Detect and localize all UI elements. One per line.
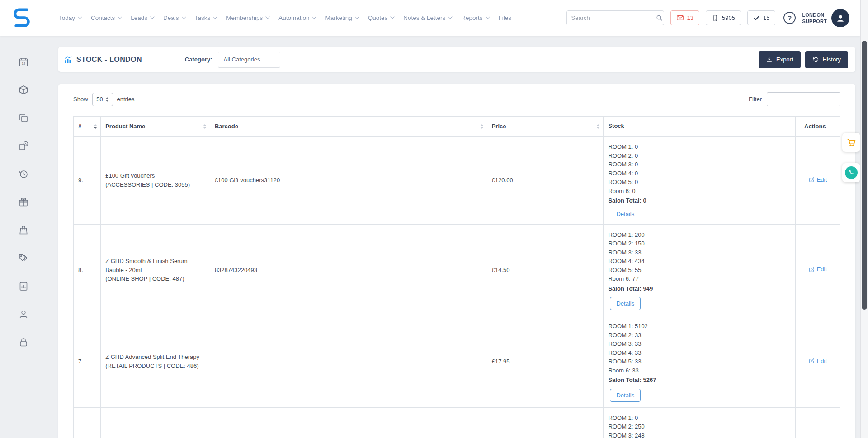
select-arrows-icon — [106, 97, 108, 102]
details-button[interactable]: Details — [615, 209, 635, 219]
table-row: ROOM 1: 0 ROOM 2: 250 ROOM 3: 248 ROOM 4… — [74, 407, 840, 438]
sort-icon — [203, 124, 207, 129]
sidebar-item-stock-alerts[interactable] — [0, 132, 47, 160]
check-icon — [753, 14, 760, 21]
category-wrap: Category: All Categories — [185, 52, 280, 68]
col-product-name[interactable]: Product Name — [101, 117, 210, 137]
menu-reports[interactable]: Reports — [461, 14, 488, 21]
sidebar-item-duplicates[interactable] — [0, 104, 47, 132]
details-button[interactable]: Details — [610, 389, 641, 402]
calls-badge[interactable]: 5905 — [706, 10, 741, 25]
scrollbar-thumb[interactable] — [862, 41, 867, 310]
cart-icon — [846, 137, 856, 147]
chevron-down-icon — [355, 14, 359, 19]
header-actions: Export History — [759, 51, 848, 68]
menu-notes-letters[interactable]: Notes & Letters — [403, 14, 451, 21]
chevron-down-icon — [448, 14, 453, 19]
details-button[interactable]: Details — [610, 297, 641, 310]
category-label: Category: — [185, 56, 212, 63]
page-size-select[interactable]: 50 — [92, 93, 113, 106]
history-icon — [18, 169, 29, 179]
sidebar-item-calendar[interactable]: 12 — [0, 48, 47, 76]
package-icon — [18, 85, 29, 95]
phone-icon — [848, 170, 854, 176]
shopping-bag-icon — [18, 225, 29, 235]
export-label: Export — [776, 56, 793, 63]
history-button[interactable]: History — [805, 51, 848, 68]
help-button[interactable]: ? — [783, 12, 796, 24]
avatar[interactable] — [831, 9, 849, 27]
price-cell: £17.95 — [487, 316, 604, 408]
col-label: Barcode — [215, 123, 238, 130]
sidebar-item-gift-vouchers[interactable] — [0, 188, 47, 216]
col-price[interactable]: Price — [487, 117, 604, 137]
edit-link[interactable]: Edit — [809, 265, 827, 274]
menu-automation[interactable]: Automation — [278, 14, 315, 21]
filter-input[interactable] — [767, 92, 840, 106]
col-number[interactable]: # — [74, 117, 101, 137]
sidebar-item-reports[interactable] — [0, 272, 47, 300]
row-number: 9. — [74, 137, 101, 225]
menu-memberships[interactable]: Memberships — [226, 14, 269, 21]
menu-today[interactable]: Today — [59, 14, 81, 21]
stock-lines: ROOM 1: 0 ROOM 2: 250 ROOM 3: 248 ROOM 4… — [608, 414, 790, 438]
menu-contacts[interactable]: Contacts — [91, 14, 121, 21]
sidebar-item-pricing[interactable] — [0, 244, 47, 272]
product-meta: (ACCESSORIES | CODE: 3055) — [105, 180, 205, 189]
search-button[interactable] — [656, 11, 664, 25]
col-barcode[interactable]: Barcode — [210, 117, 487, 137]
sidebar-item-history[interactable] — [0, 160, 47, 188]
menu-quotes[interactable]: Quotes — [368, 14, 394, 21]
chevron-down-icon — [78, 14, 82, 19]
cart-float-button[interactable] — [842, 133, 860, 152]
menu-files[interactable]: Files — [499, 14, 512, 21]
menu-label: Automation — [278, 14, 309, 21]
col-label: Price — [492, 123, 506, 130]
stock-lines: ROOM 1: 200 ROOM 2: 150 ROOM 3: 33 ROOM … — [608, 231, 790, 283]
category-dropdown[interactable]: All Categories — [218, 52, 280, 68]
category-value: All Categories — [224, 56, 260, 63]
table-row: 9. £100 Gift vouchers (ACCESSORIES | COD… — [74, 137, 840, 225]
edit-link[interactable]: Edit — [809, 357, 827, 366]
sidebar-item-products[interactable] — [0, 76, 47, 104]
main-menu: Today Contacts Leads Deals Tasks Members… — [59, 14, 511, 21]
page-title: STOCK - LONDON — [76, 56, 142, 64]
product-name: £100 Gift vouchers — [105, 171, 205, 180]
menu-label: Today — [59, 14, 75, 21]
messages-badge[interactable]: 13 — [670, 10, 699, 25]
filter-wrap: Filter — [749, 92, 840, 106]
menu-tasks[interactable]: Tasks — [195, 14, 217, 21]
user-icon — [835, 13, 845, 23]
edit-link[interactable]: Edit — [809, 175, 827, 184]
menu-deals[interactable]: Deals — [163, 14, 185, 21]
chevron-down-icon — [182, 14, 186, 19]
sidebar-item-shop[interactable] — [0, 216, 47, 244]
tasks-badge[interactable]: 15 — [747, 10, 775, 25]
sidebar-item-security[interactable] — [0, 328, 47, 356]
price-cell: £120.00 — [487, 137, 604, 225]
col-stock[interactable]: Stock — [604, 117, 795, 137]
customer-icon — [18, 309, 29, 320]
menu-label: Marketing — [325, 14, 352, 21]
col-label: # — [78, 123, 81, 130]
menu-marketing[interactable]: Marketing — [325, 14, 358, 21]
scrollbar[interactable] — [860, 0, 868, 438]
price-cell: £14.50 — [487, 224, 604, 316]
logo-icon — [12, 7, 32, 29]
search-input[interactable] — [567, 11, 656, 25]
col-actions[interactable]: Actions — [795, 117, 840, 137]
edit-label: Edit — [817, 357, 827, 366]
entries-label: entries — [117, 96, 135, 103]
chevron-down-icon — [486, 14, 490, 19]
menu-leads[interactable]: Leads — [131, 14, 153, 21]
filter-label: Filter — [749, 96, 762, 103]
sidebar-item-customers[interactable] — [0, 300, 47, 328]
menu-label: Memberships — [226, 14, 263, 21]
barcode-cell: £100 Gift vouchers31120 — [210, 137, 487, 225]
export-button[interactable]: Export — [759, 51, 801, 68]
table-header-row: # Product Name Barcode Price Stock Actio… — [74, 117, 840, 137]
app-logo[interactable] — [12, 7, 35, 29]
phone-float-button[interactable] — [842, 163, 860, 182]
salon-total: Salon Total: 0 — [608, 196, 790, 205]
account-line2: SUPPORT — [802, 18, 827, 24]
